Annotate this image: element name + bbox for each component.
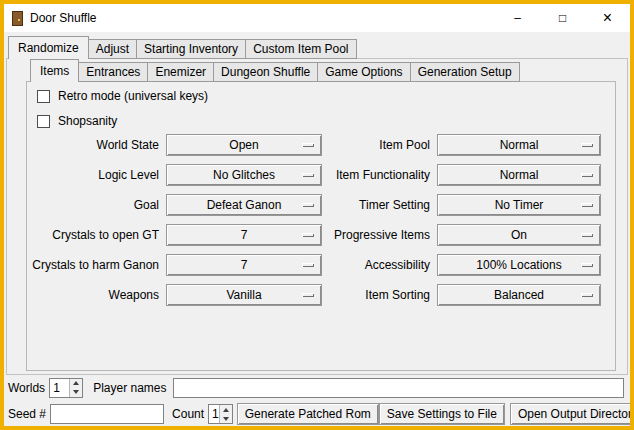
dropdown-indicator-icon — [302, 233, 314, 237]
count-label: Count — [172, 407, 204, 421]
dropdown-indicator-icon — [302, 143, 314, 147]
item-pool-dropdown[interactable]: Normal — [437, 134, 601, 156]
dropdown-value: Defeat Ganon — [207, 198, 282, 212]
multiworld-row: Worlds 1 Player names — [8, 377, 624, 398]
dropdown-indicator-icon — [581, 173, 593, 177]
tab-adjust[interactable]: Adjust — [88, 39, 137, 59]
timer-setting-dropdown[interactable]: No Timer — [437, 194, 601, 216]
dropdown-value: 100% Locations — [476, 258, 561, 272]
dropdown-value: Vanilla — [226, 288, 261, 302]
maximize-button[interactable]: □ — [540, 4, 585, 32]
open-output-directory-button[interactable]: Open Output Directory — [510, 403, 634, 425]
generate-patched-rom-button[interactable]: Generate Patched Rom — [237, 403, 379, 425]
worlds-value: 1 — [50, 379, 69, 397]
spin-down-icon[interactable] — [70, 388, 82, 397]
item-sorting-label: Item Sorting — [329, 288, 430, 302]
dropdown-value: No Timer — [495, 198, 544, 212]
items-pane: Retro mode (universal keys) Shopsanity W… — [26, 81, 616, 371]
dropdown-value: On — [511, 228, 527, 242]
crystals-gt-label: Crystals to open GT — [32, 228, 159, 242]
save-settings-button[interactable]: Save Settings to File — [379, 403, 505, 425]
inner-tab-bar: Items Entrances Enemizer Dungeon Shuffle… — [30, 59, 519, 82]
close-button[interactable]: × — [585, 4, 630, 32]
maximize-icon: □ — [559, 11, 566, 25]
item-functionality-label: Item Functionality — [329, 168, 430, 182]
crystals-ganon-dropdown[interactable]: 7 — [166, 254, 322, 276]
dropdown-indicator-icon — [302, 293, 314, 297]
outer-tab-bar: Randomize Adjust Starting Inventory Cust… — [8, 36, 356, 59]
goal-dropdown[interactable]: Defeat Ganon — [166, 194, 322, 216]
count-spinner[interactable]: 1 — [208, 404, 233, 424]
tab-game-options[interactable]: Game Options — [317, 62, 410, 82]
dropdown-indicator-icon — [302, 203, 314, 207]
tab-randomize[interactable]: Randomize — [8, 36, 89, 59]
minimize-icon: – — [514, 11, 521, 25]
shopsanity-label: Shopsanity — [58, 114, 117, 128]
spin-down-icon[interactable] — [220, 414, 232, 423]
checkbox-box-icon[interactable] — [37, 90, 50, 103]
seed-label: Seed # — [8, 407, 46, 421]
titlebar: Door Shuffle – □ × — [4, 4, 630, 32]
door-shuffle-window: Door Shuffle – □ × Randomize Adjust Star… — [0, 0, 634, 430]
dropdown-indicator-icon — [581, 233, 593, 237]
tab-enemizer[interactable]: Enemizer — [147, 62, 214, 82]
worlds-label: Worlds — [8, 381, 45, 395]
retro-mode-checkbox[interactable]: Retro mode (universal keys) — [37, 88, 208, 104]
dropdown-value: No Glitches — [213, 168, 275, 182]
checkbox-box-icon[interactable] — [37, 115, 50, 128]
count-value: 1 — [209, 405, 219, 423]
dropdown-value: Balanced — [494, 288, 544, 302]
seed-input[interactable] — [50, 404, 164, 424]
action-row: Seed # Count 1 Generate Patched Rom Save… — [8, 403, 624, 425]
dropdown-value: 7 — [241, 228, 248, 242]
crystals-ganon-label: Crystals to harm Ganon — [32, 258, 159, 272]
spin-arrows — [69, 379, 82, 397]
progressive-items-dropdown[interactable]: On — [437, 224, 601, 246]
logic-level-dropdown[interactable]: No Glitches — [166, 164, 322, 186]
item-functionality-dropdown[interactable]: Normal — [437, 164, 601, 186]
dropdown-value: Normal — [500, 138, 539, 152]
tab-dungeon-shuffle[interactable]: Dungeon Shuffle — [213, 62, 318, 82]
tab-starting-inventory[interactable]: Starting Inventory — [136, 39, 246, 59]
item-pool-label: Item Pool — [329, 138, 430, 152]
app-icon — [12, 11, 23, 26]
accessibility-dropdown[interactable]: 100% Locations — [437, 254, 601, 276]
dropdown-indicator-icon — [581, 143, 593, 147]
minimize-button[interactable]: – — [495, 4, 540, 32]
player-names-label: Player names — [93, 381, 166, 395]
tab-custom-item-pool[interactable]: Custom Item Pool — [245, 39, 356, 59]
window-controls: – □ × — [495, 4, 630, 32]
world-state-dropdown[interactable]: Open — [166, 134, 322, 156]
tab-items[interactable]: Items — [30, 59, 79, 82]
dropdown-indicator-icon — [581, 293, 593, 297]
shopsanity-checkbox[interactable]: Shopsanity — [37, 113, 117, 129]
spin-arrows — [219, 405, 232, 423]
progressive-items-label: Progressive Items — [329, 228, 430, 242]
world-state-label: World State — [32, 138, 159, 152]
spin-up-icon[interactable] — [220, 405, 232, 414]
item-sorting-dropdown[interactable]: Balanced — [437, 284, 601, 306]
retro-mode-label: Retro mode (universal keys) — [58, 89, 208, 103]
dropdown-indicator-icon — [581, 263, 593, 267]
window-content: Randomize Adjust Starting Inventory Cust… — [4, 32, 630, 426]
tab-generation-setup[interactable]: Generation Setup — [410, 62, 520, 82]
dropdown-value: Normal — [500, 168, 539, 182]
settings-grid: World State Open Item Pool Normal Logic … — [32, 134, 601, 306]
timer-setting-label: Timer Setting — [329, 198, 430, 212]
player-names-input[interactable] — [173, 378, 625, 398]
accessibility-label: Accessibility — [329, 258, 430, 272]
spin-up-icon[interactable] — [70, 379, 82, 388]
dropdown-value: 7 — [241, 258, 248, 272]
weapons-dropdown[interactable]: Vanilla — [166, 284, 322, 306]
dropdown-indicator-icon — [581, 203, 593, 207]
dropdown-indicator-icon — [302, 173, 314, 177]
weapons-label: Weapons — [32, 288, 159, 302]
dropdown-indicator-icon — [302, 263, 314, 267]
crystals-gt-dropdown[interactable]: 7 — [166, 224, 322, 246]
dropdown-value: Open — [229, 138, 258, 152]
worlds-spinner[interactable]: 1 — [49, 378, 83, 398]
close-icon: × — [603, 10, 612, 26]
tab-entrances[interactable]: Entrances — [78, 62, 148, 82]
goal-label: Goal — [32, 198, 159, 212]
window-title: Door Shuffle — [30, 11, 97, 25]
